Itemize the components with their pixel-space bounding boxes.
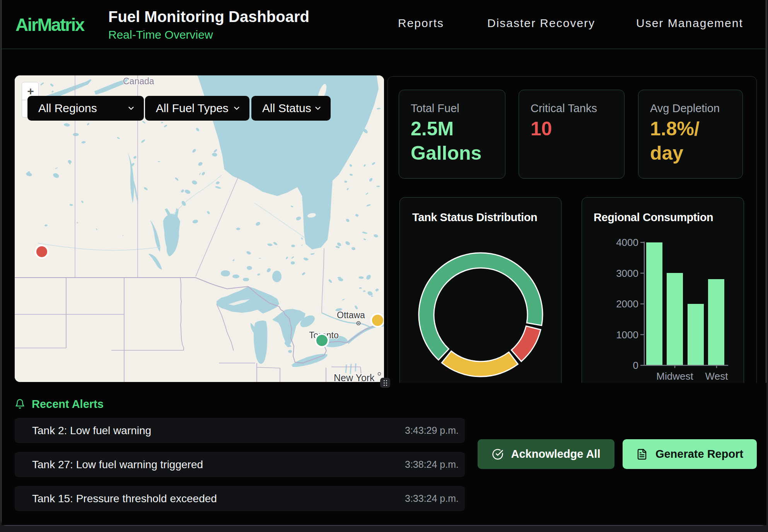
- svg-text:2000: 2000: [616, 298, 638, 310]
- svg-text:Ottawa: Ottawa: [337, 310, 365, 320]
- svg-text:1000: 1000: [616, 329, 638, 341]
- svg-text:Canada: Canada: [123, 76, 154, 86]
- svg-text:0: 0: [633, 360, 638, 371]
- svg-text:4000: 4000: [616, 237, 638, 248]
- svg-text:West: West: [705, 370, 729, 382]
- svg-text:Midwest: Midwest: [656, 370, 693, 382]
- svg-text:New York: New York: [334, 372, 375, 382]
- svg-text:3000: 3000: [616, 268, 638, 279]
